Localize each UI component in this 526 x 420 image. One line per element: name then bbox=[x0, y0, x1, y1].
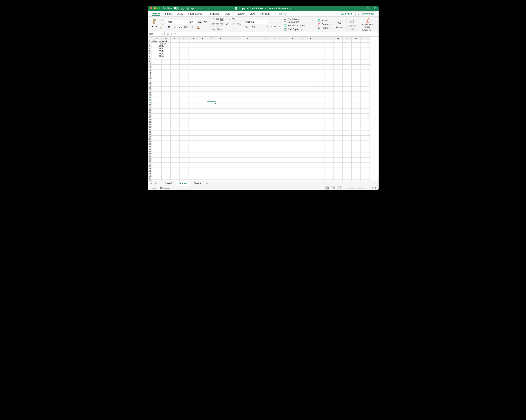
cell-G34[interactable] bbox=[207, 121, 216, 123]
cell-S20[interactable] bbox=[315, 87, 324, 89]
cell-V38[interactable] bbox=[343, 131, 352, 133]
cell-V13[interactable] bbox=[343, 69, 352, 72]
cell-W6[interactable] bbox=[352, 52, 361, 55]
cell-B49[interactable] bbox=[162, 158, 171, 160]
cell-A54[interactable] bbox=[152, 170, 162, 172]
cell-B28[interactable] bbox=[162, 106, 171, 109]
cell-B22[interactable] bbox=[162, 92, 171, 94]
cell-W13[interactable] bbox=[352, 69, 361, 72]
cell-T52[interactable] bbox=[324, 165, 334, 167]
cell-X9[interactable] bbox=[361, 60, 370, 62]
cell-K7[interactable] bbox=[243, 55, 252, 57]
cell-C36[interactable] bbox=[171, 126, 180, 128]
comments-button[interactable]: Comments bbox=[355, 11, 376, 16]
cell-I46[interactable] bbox=[225, 150, 234, 153]
cell-W1[interactable] bbox=[352, 40, 361, 43]
cell-F51[interactable] bbox=[198, 163, 207, 165]
cell-F43[interactable] bbox=[198, 143, 207, 145]
cell-J25[interactable] bbox=[234, 99, 243, 101]
cell-U25[interactable] bbox=[334, 99, 343, 101]
cell-Q55[interactable] bbox=[297, 172, 306, 175]
cell-Q23[interactable] bbox=[297, 94, 306, 97]
cell-N30[interactable] bbox=[270, 111, 279, 114]
cell-T33[interactable] bbox=[324, 118, 334, 121]
cell-I9[interactable] bbox=[225, 60, 234, 62]
cell-V33[interactable] bbox=[343, 118, 352, 121]
cell-K38[interactable] bbox=[243, 131, 252, 133]
cell-O39[interactable] bbox=[279, 133, 288, 136]
cell-B8[interactable] bbox=[162, 57, 171, 60]
cell-Q51[interactable] bbox=[297, 163, 306, 165]
cell-Q12[interactable] bbox=[297, 67, 306, 69]
cell-S10[interactable] bbox=[315, 62, 324, 65]
cell-P50[interactable] bbox=[288, 160, 297, 163]
cell-I43[interactable] bbox=[225, 143, 234, 145]
cell-F11[interactable] bbox=[198, 65, 207, 67]
cell-N28[interactable] bbox=[270, 106, 279, 109]
cell-I57[interactable] bbox=[225, 177, 234, 180]
autosave-switch[interactable]: OFF bbox=[174, 7, 179, 10]
cell-C47[interactable] bbox=[171, 153, 180, 155]
cell-R13[interactable] bbox=[306, 69, 315, 72]
cell-D25[interactable] bbox=[180, 99, 189, 101]
cell-N1[interactable] bbox=[270, 40, 279, 43]
cell-X21[interactable] bbox=[361, 89, 370, 92]
cell-I40[interactable] bbox=[225, 136, 234, 138]
row-header-37[interactable]: 37 bbox=[148, 128, 152, 131]
cell-D9[interactable] bbox=[180, 60, 189, 62]
zoom-out-button[interactable]: − bbox=[343, 187, 345, 189]
cell-C9[interactable] bbox=[171, 60, 180, 62]
cell-R22[interactable] bbox=[306, 92, 315, 94]
cell-A46[interactable] bbox=[152, 150, 162, 153]
cell-D18[interactable] bbox=[180, 82, 189, 84]
cell-N9[interactable] bbox=[270, 60, 279, 62]
cell-A10[interactable] bbox=[152, 62, 162, 65]
cell-O26[interactable] bbox=[279, 101, 288, 104]
cell-D41[interactable] bbox=[180, 138, 189, 140]
cell-O29[interactable] bbox=[279, 109, 288, 111]
cell-V18[interactable] bbox=[343, 82, 352, 84]
cell-G24[interactable] bbox=[207, 97, 216, 99]
cell-X51[interactable] bbox=[361, 163, 370, 165]
cell-F24[interactable] bbox=[198, 97, 207, 99]
view-normal-icon[interactable] bbox=[325, 186, 329, 190]
ltr-icon[interactable]: ¶▶⌄ bbox=[217, 27, 222, 31]
cell-R45[interactable] bbox=[306, 148, 315, 150]
cell-P57[interactable] bbox=[288, 177, 297, 180]
cell-P28[interactable] bbox=[288, 106, 297, 109]
cell-R51[interactable] bbox=[306, 163, 315, 165]
cell-N6[interactable] bbox=[270, 52, 279, 55]
cell-H48[interactable] bbox=[216, 155, 225, 158]
cell-D57[interactable] bbox=[180, 177, 189, 180]
row-header-40[interactable]: 40 bbox=[148, 136, 152, 138]
cell-Q48[interactable] bbox=[297, 155, 306, 158]
merge-cells-icon[interactable]: ⌄ bbox=[237, 22, 241, 26]
cell-X55[interactable] bbox=[361, 172, 370, 175]
cell-E43[interactable] bbox=[189, 143, 198, 145]
cell-S13[interactable] bbox=[315, 69, 324, 72]
cell-O13[interactable] bbox=[279, 69, 288, 72]
cell-L47[interactable] bbox=[252, 153, 261, 155]
tab-review[interactable]: Review bbox=[235, 11, 245, 16]
cell-T13[interactable] bbox=[324, 69, 334, 72]
cell-O24[interactable] bbox=[279, 97, 288, 99]
cell-U39[interactable] bbox=[334, 133, 343, 136]
cell-B56[interactable] bbox=[162, 175, 171, 177]
cell-B57[interactable] bbox=[162, 177, 171, 180]
cell-B31[interactable] bbox=[162, 114, 171, 116]
cell-O12[interactable] bbox=[279, 67, 288, 69]
cell-I20[interactable] bbox=[225, 87, 234, 89]
cell-F54[interactable] bbox=[198, 170, 207, 172]
cell-W21[interactable] bbox=[352, 89, 361, 92]
cell-Q18[interactable] bbox=[297, 82, 306, 84]
cell-J5[interactable] bbox=[234, 50, 243, 52]
cell-X58[interactable] bbox=[361, 180, 370, 181]
cell-X1[interactable] bbox=[361, 40, 370, 43]
cell-G58[interactable] bbox=[207, 180, 216, 181]
cell-R19[interactable] bbox=[306, 84, 315, 87]
cell-N40[interactable] bbox=[270, 136, 279, 138]
tab-home[interactable]: Home bbox=[152, 11, 160, 16]
cell-W9[interactable] bbox=[352, 60, 361, 62]
row-header-47[interactable]: 47 bbox=[148, 153, 152, 155]
cell-A47[interactable] bbox=[152, 153, 162, 155]
